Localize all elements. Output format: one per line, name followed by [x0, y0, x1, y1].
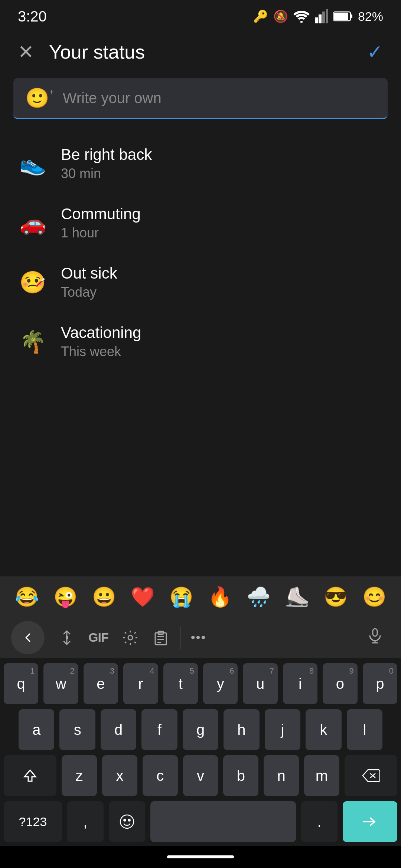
status-emoji-palm: 🌴 — [18, 331, 48, 352]
svg-point-20 — [120, 815, 134, 828]
status-item-vacationing[interactable]: 🌴 Vacationing This week — [0, 312, 401, 371]
key-t[interactable]: t5 — [163, 663, 198, 704]
emoji-heart[interactable]: ❤️ — [131, 587, 155, 606]
key-period[interactable]: . — [301, 801, 338, 842]
status-item-commuting[interactable]: 🚗 Commuting 1 hour — [0, 193, 401, 253]
key-v[interactable]: v — [183, 755, 218, 796]
key-x[interactable]: x — [102, 755, 137, 796]
svg-rect-2 — [319, 14, 322, 23]
key-n[interactable]: n — [264, 755, 299, 796]
status-duration: This week — [61, 344, 141, 359]
status-list: 👟 Be right back 30 min 🚗 Commuting 1 hou… — [0, 126, 401, 576]
cursor-tool-button[interactable] — [52, 626, 82, 650]
key-h[interactable]: h — [224, 709, 259, 750]
key-enter[interactable] — [343, 801, 397, 842]
emoji-fire[interactable]: 🔥 — [208, 587, 232, 606]
emoji-cool[interactable]: 😎 — [324, 587, 348, 606]
settings-button[interactable] — [115, 625, 146, 650]
key-s[interactable]: s — [59, 709, 95, 750]
svg-point-0 — [300, 21, 303, 23]
keyboard-back-button[interactable] — [11, 621, 45, 654]
emoji-happy[interactable]: 😊 — [362, 587, 387, 606]
microphone-button[interactable] — [360, 624, 390, 651]
svg-point-22 — [128, 819, 130, 821]
status-label: Be right back — [61, 146, 152, 164]
status-item-be-right-back[interactable]: 👟 Be right back 30 min — [0, 134, 401, 193]
key-y[interactable]: y6 — [203, 663, 238, 704]
key-space[interactable] — [150, 801, 296, 842]
status-duration: 30 min — [61, 166, 152, 181]
close-button[interactable]: ✕ — [18, 42, 34, 62]
status-text-input[interactable] — [63, 90, 376, 106]
emoji-wink-tongue[interactable]: 😜 — [53, 587, 78, 606]
key-d[interactable]: d — [101, 709, 136, 750]
key-k[interactable]: k — [306, 709, 341, 750]
wifi-icon — [293, 10, 310, 23]
status-emoji-shoe: 👟 — [18, 153, 48, 174]
home-indicator[interactable] — [167, 855, 234, 858]
svg-point-21 — [124, 819, 125, 821]
emoji-rain-cloud[interactable]: 🌧️ — [247, 587, 271, 606]
emoji-crying[interactable]: 😭 — [169, 587, 193, 606]
key-o[interactable]: o9 — [323, 663, 357, 704]
keyboard-row-4: ?123 , . — [4, 801, 397, 842]
mute-icon: 🔕 — [273, 9, 288, 23]
status-duration: 1 hour — [61, 225, 141, 241]
svg-rect-4 — [326, 9, 328, 23]
key-q[interactable]: q1 — [4, 663, 38, 704]
keyboard-row-3: z x c v b n m — [4, 755, 397, 796]
key-f[interactable]: f — [141, 709, 177, 750]
key-r[interactable]: r4 — [123, 663, 158, 704]
emoji-suggestion-bar: 😂 😜 😀 ❤️ 😭 🔥 🌧️ ⛸️ 😎 😊 — [0, 576, 401, 617]
svg-rect-6 — [351, 14, 352, 18]
svg-rect-3 — [322, 11, 325, 23]
status-emoji-car: 🚗 — [18, 212, 48, 234]
key-g[interactable]: g — [183, 709, 218, 750]
key-z[interactable]: z — [62, 755, 97, 796]
status-input-area: 🙂+ — [13, 78, 388, 119]
key-b[interactable]: b — [223, 755, 258, 796]
key-u[interactable]: u7 — [243, 663, 277, 704]
key-p[interactable]: p0 — [363, 663, 397, 704]
key-l[interactable]: l — [347, 709, 382, 750]
emoji-skate[interactable]: ⛸️ — [285, 587, 309, 606]
key-numeric-switch[interactable]: ?123 — [4, 801, 62, 842]
status-item-out-sick[interactable]: 🤒 Out sick Today — [0, 253, 401, 312]
key-a[interactable]: a — [19, 709, 54, 750]
key-e[interactable]: e3 — [84, 663, 118, 704]
clipboard-button[interactable] — [146, 625, 176, 650]
vpn-key-icon: 🔑 — [253, 9, 268, 23]
status-bar: 3:20 🔑 🔕 82% — [0, 0, 401, 30]
emoji-smile[interactable]: 😀 — [92, 587, 116, 606]
svg-rect-8 — [66, 636, 68, 639]
key-j[interactable]: j — [265, 709, 300, 750]
svg-rect-7 — [334, 13, 348, 20]
key-w[interactable]: w2 — [43, 663, 78, 704]
bottom-navigation-bar — [0, 846, 401, 868]
emoji-laughing[interactable]: 😂 — [15, 587, 39, 606]
status-label: Commuting — [61, 205, 141, 223]
more-options-button[interactable]: ••• — [184, 627, 213, 648]
key-backspace[interactable] — [345, 755, 397, 796]
status-label: Out sick — [61, 264, 117, 282]
svg-point-9 — [128, 635, 133, 640]
key-emoji[interactable] — [109, 801, 145, 842]
keyboard-toolbar: GIF ••• — [0, 617, 401, 658]
battery-percentage: 82% — [358, 9, 383, 24]
battery-icon — [333, 11, 353, 22]
status-label: Vacationing — [61, 324, 141, 342]
key-i[interactable]: i8 — [283, 663, 317, 704]
key-comma[interactable]: , — [67, 801, 104, 842]
page-title: Your status — [34, 41, 367, 63]
signal-icon — [315, 9, 328, 23]
confirm-button[interactable]: ✓ — [367, 41, 383, 63]
add-emoji-button[interactable]: 🙂+ — [25, 88, 54, 108]
key-shift[interactable] — [4, 755, 56, 796]
status-bar-icons: 🔑 🔕 82% — [253, 9, 383, 24]
toolbar-divider — [180, 627, 180, 649]
keyboard-row-2: a s d f g h j k l — [4, 709, 397, 750]
gif-button[interactable]: GIF — [82, 627, 115, 648]
key-m[interactable]: m — [304, 755, 339, 796]
key-c[interactable]: c — [143, 755, 178, 796]
status-bar-time: 3:20 — [18, 8, 47, 25]
